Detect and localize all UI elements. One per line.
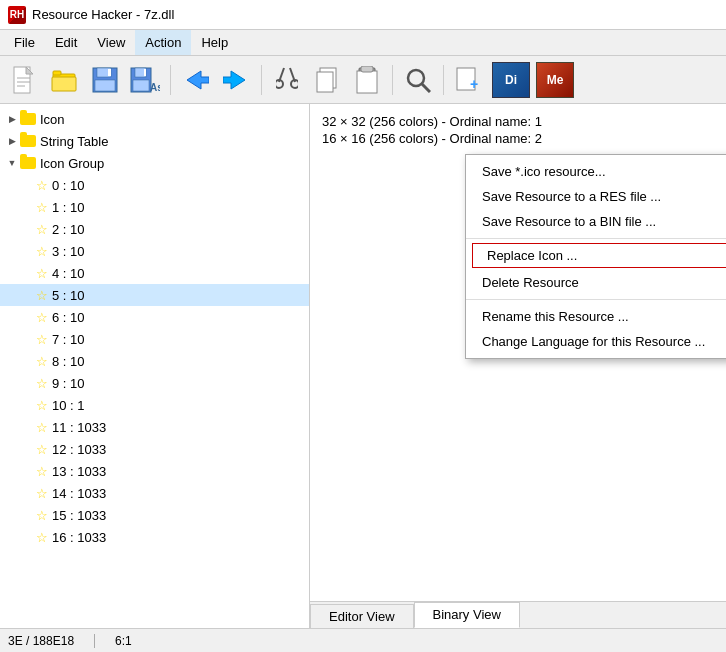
menu-view[interactable]: View <box>87 30 135 55</box>
star-icon-4: ☆ <box>36 267 48 280</box>
app-logo: RH <box>8 6 26 24</box>
tree-item-7[interactable]: ☆ 7 : 10 <box>0 328 309 350</box>
tree-label-13: 13 : 1033 <box>52 464 106 479</box>
star-icon-15: ☆ <box>36 509 48 522</box>
ctx-rename-label: Rename this Resource ... <box>482 309 629 324</box>
tree-label-16: 16 : 1033 <box>52 530 106 545</box>
save-as-button[interactable]: As <box>126 61 164 99</box>
save-icon <box>92 67 118 93</box>
add-button[interactable]: + <box>450 61 488 99</box>
paste-button[interactable] <box>348 61 386 99</box>
tree-label-6: 6 : 10 <box>52 310 85 325</box>
svg-rect-6 <box>53 71 61 75</box>
toolbar-separator-3 <box>392 65 393 95</box>
tree-item-6[interactable]: ☆ 6 : 10 <box>0 306 309 328</box>
svg-rect-10 <box>108 69 111 76</box>
ctx-change-lang[interactable]: Change Language for this Resource ... F6 <box>466 329 726 354</box>
tree-label-8: 8 : 10 <box>52 354 85 369</box>
context-menu: Save *.ico resource... Save Resource to … <box>465 154 726 359</box>
svg-rect-24 <box>317 72 333 92</box>
ctx-rename[interactable]: Rename this Resource ... F2 <box>466 304 726 329</box>
tree-item-12[interactable]: ☆ 12 : 1033 <box>0 438 309 460</box>
right-line-2: 16 × 16 (256 colors) - Ordinal name: 2 <box>322 131 714 146</box>
svg-rect-11 <box>95 80 115 91</box>
svg-marker-17 <box>187 71 209 89</box>
image1-button[interactable]: Di <box>490 60 532 100</box>
status-divider <box>94 634 95 648</box>
tree-item-10[interactable]: ☆ 10 : 1 <box>0 394 309 416</box>
paste-icon <box>354 66 380 94</box>
menu-edit[interactable]: Edit <box>45 30 87 55</box>
status-bar: 3E / 188E18 6:1 <box>0 628 726 652</box>
ctx-save-bin[interactable]: Save Resource to a BIN file ... <box>466 209 726 234</box>
tree-item-11[interactable]: ☆ 11 : 1033 <box>0 416 309 438</box>
star-icon-0: ☆ <box>36 179 48 192</box>
ctx-change-lang-label: Change Language for this Resource ... <box>482 334 705 349</box>
star-icon-9: ☆ <box>36 377 48 390</box>
cut-button[interactable] <box>268 61 306 99</box>
svg-text:As: As <box>150 82 160 93</box>
search-button[interactable] <box>399 61 437 99</box>
tree-item-5[interactable]: ☆ 5 : 10 <box>0 284 309 306</box>
tree-label-icon: Icon <box>40 112 65 127</box>
ctx-separator-2 <box>466 299 726 300</box>
navigate-back-button[interactable] <box>177 61 215 99</box>
copy-button[interactable] <box>308 61 346 99</box>
tab-binary-view[interactable]: Binary View <box>414 602 520 628</box>
image2-button[interactable]: Me <box>534 60 576 100</box>
menu-file[interactable]: File <box>4 30 45 55</box>
ctx-save-res-label: Save Resource to a RES file ... <box>482 189 661 204</box>
menu-help[interactable]: Help <box>191 30 238 55</box>
svg-text:+: + <box>470 76 478 92</box>
star-icon-14: ☆ <box>36 487 48 500</box>
right-line-1: 32 × 32 (256 colors) - Ordinal name: 1 <box>322 114 714 129</box>
tree-item-icon[interactable]: ▶ Icon <box>0 108 309 130</box>
nav-forward-icon <box>223 67 249 93</box>
save-button[interactable] <box>86 61 124 99</box>
open-button[interactable] <box>46 61 84 99</box>
tree-item-15[interactable]: ☆ 15 : 1033 <box>0 504 309 526</box>
tree-label-12: 12 : 1033 <box>52 442 106 457</box>
svg-rect-7 <box>52 77 76 91</box>
tab-editor-view[interactable]: Editor View <box>310 604 414 628</box>
ctx-replace-icon[interactable]: Replace Icon ... Ctrl+R <box>472 243 726 268</box>
tree-label-9: 9 : 10 <box>52 376 85 391</box>
tree-item-string-table[interactable]: ▶ String Table <box>0 130 309 152</box>
svg-marker-18 <box>223 71 245 89</box>
tree-panel: ▶ Icon ▶ String Table ▼ Icon Gr <box>0 104 310 628</box>
tree-label-14: 14 : 1033 <box>52 486 106 501</box>
tree-item-1[interactable]: ☆ 1 : 10 <box>0 196 309 218</box>
ctx-save-res[interactable]: Save Resource to a RES file ... <box>466 184 726 209</box>
add-icon: + <box>456 67 482 93</box>
tree-item-3[interactable]: ☆ 3 : 10 <box>0 240 309 262</box>
copy-icon <box>314 67 340 93</box>
tree-item-13[interactable]: ☆ 13 : 1033 <box>0 460 309 482</box>
toolbar-separator-4 <box>443 65 444 95</box>
tree-item-8[interactable]: ☆ 8 : 10 <box>0 350 309 372</box>
star-icon-16: ☆ <box>36 531 48 544</box>
ctx-delete-resource[interactable]: Delete Resource Del <box>466 270 726 295</box>
right-panel: 32 × 32 (256 colors) - Ordinal name: 1 1… <box>310 104 726 628</box>
tree-item-16[interactable]: ☆ 16 : 1033 <box>0 526 309 548</box>
folder-icon-icon <box>20 111 36 127</box>
navigate-forward-button[interactable] <box>217 61 255 99</box>
tree-item-9[interactable]: ☆ 9 : 10 <box>0 372 309 394</box>
tree-item-4[interactable]: ☆ 4 : 10 <box>0 262 309 284</box>
tree-label-string-table: String Table <box>40 134 108 149</box>
tree-item-0[interactable]: ☆ 0 : 10 <box>0 174 309 196</box>
ctx-save-bin-label: Save Resource to a BIN file ... <box>482 214 656 229</box>
tree-item-14[interactable]: ☆ 14 : 1033 <box>0 482 309 504</box>
tree-item-icon-group[interactable]: ▼ Icon Group <box>0 152 309 174</box>
folder-icon-string-table <box>20 133 36 149</box>
open-icon <box>51 68 79 92</box>
star-icon-3: ☆ <box>36 245 48 258</box>
ctx-replace-icon-label: Replace Icon ... <box>487 248 577 263</box>
tree-item-2[interactable]: ☆ 2 : 10 <box>0 218 309 240</box>
menu-action[interactable]: Action <box>135 30 191 55</box>
star-icon-10: ☆ <box>36 399 48 412</box>
ctx-save-ico[interactable]: Save *.ico resource... <box>466 159 726 184</box>
toolbar-separator-2 <box>261 65 262 95</box>
new-button[interactable] <box>6 61 44 99</box>
svg-line-29 <box>422 84 430 92</box>
tree-arrow-string-table: ▶ <box>4 133 20 149</box>
